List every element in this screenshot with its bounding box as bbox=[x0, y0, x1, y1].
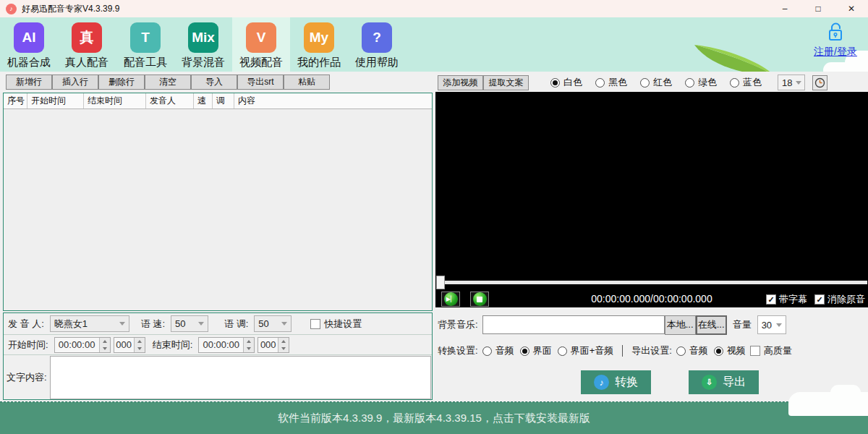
video-preview[interactable]: ▶▏ 00:00:00.000/00:00:00.000 ✓ 带字幕 ✓ 消除原… bbox=[435, 92, 868, 307]
export-option-audio[interactable]: 音频 bbox=[676, 344, 708, 357]
end-ms-spinner[interactable]: 000 bbox=[258, 337, 289, 353]
radio-icon[interactable] bbox=[482, 346, 492, 356]
background-music-row: 背景音乐: 本地... 在线... 音量 30 bbox=[438, 315, 866, 335]
main-area: 新增行 插入行 删除行 清空 导入 导出srt 粘贴 序号 开始时间 结束时间 … bbox=[0, 72, 868, 402]
register-area: 注册/登录 bbox=[810, 22, 861, 59]
subtitle-color-black[interactable]: 黑色 bbox=[595, 76, 627, 89]
delete-row-button[interactable]: 删除行 bbox=[98, 75, 145, 90]
paste-button[interactable]: 粘贴 bbox=[284, 75, 330, 90]
radio-icon[interactable] bbox=[640, 78, 650, 88]
main-toolbar: AI 机器合成 真 真人配音 T 配音工具 Mix 背景混音 V 视频配音 My… bbox=[0, 17, 868, 72]
speed-dropdown[interactable]: 50 bbox=[171, 315, 208, 332]
subtitle-table[interactable]: 序号 开始时间 结束时间 发音人 速 调 内容 bbox=[3, 93, 433, 311]
radio-icon[interactable] bbox=[730, 78, 739, 88]
radio-icon[interactable] bbox=[685, 78, 694, 88]
chevron-down-icon bbox=[776, 323, 782, 327]
background-mix-icon: Mix bbox=[188, 22, 218, 53]
speaker-dropdown[interactable]: 晓燕女1 bbox=[50, 315, 129, 332]
toolbar-item-background-mix[interactable]: Mix 背景混音 bbox=[174, 17, 232, 72]
toolbar-item-dubbing-tools[interactable]: T 配音工具 bbox=[116, 17, 174, 72]
pitch-dropdown[interactable]: 50 bbox=[254, 315, 292, 332]
chevron-down-icon bbox=[119, 322, 125, 326]
remove-original-checkbox[interactable]: ✓ bbox=[814, 294, 825, 305]
player-controls: ▶▏ 00:00:00.000/00:00:00.000 ✓ 带字幕 ✓ 消除原… bbox=[435, 292, 868, 307]
ai-synthesis-icon: AI bbox=[14, 22, 44, 53]
table-header-row: 序号 开始时间 结束时间 发音人 速 调 内容 bbox=[4, 93, 432, 109]
seek-slider-handle[interactable] bbox=[436, 276, 445, 289]
end-time-label: 结束时间: bbox=[153, 339, 193, 352]
toolbar-item-real-voice[interactable]: 真 真人配音 bbox=[58, 17, 116, 72]
clock-icon bbox=[814, 77, 825, 88]
toolbar-item-ai-synthesis[interactable]: AI 机器合成 bbox=[0, 17, 58, 72]
remove-original-label: 消除原音 bbox=[827, 293, 865, 306]
radio-icon[interactable] bbox=[676, 346, 686, 356]
add-video-button[interactable]: 添加视频 bbox=[438, 75, 483, 90]
player-checkboxes: ✓ 带字幕 ✓ 消除原音 bbox=[759, 293, 865, 306]
export-settings-label: 导出设置: bbox=[631, 344, 672, 357]
export-srt-button[interactable]: 导出srt bbox=[237, 75, 284, 90]
extract-text-button[interactable]: 提取文案 bbox=[483, 75, 529, 90]
clear-button[interactable]: 清空 bbox=[145, 75, 191, 90]
register-login-link[interactable]: 注册/登录 bbox=[814, 46, 857, 57]
subtitle-color-blue[interactable]: 蓝色 bbox=[730, 76, 762, 89]
export-button[interactable]: ⇩ 导出 bbox=[689, 370, 759, 394]
add-row-button[interactable]: 新增行 bbox=[6, 75, 52, 90]
spinner-arrows-icon[interactable] bbox=[243, 338, 254, 352]
chevron-down-icon bbox=[281, 322, 287, 326]
radio-icon[interactable] bbox=[595, 78, 605, 88]
high-quality-checkbox[interactable] bbox=[750, 346, 760, 356]
start-time-spinner[interactable]: 00:00:00 bbox=[54, 337, 111, 353]
quick-setting-checkbox[interactable] bbox=[310, 319, 320, 329]
close-button[interactable]: ✕ bbox=[835, 0, 868, 17]
volume-dropdown[interactable]: 30 bbox=[757, 315, 786, 334]
seek-slider-track[interactable] bbox=[445, 281, 867, 284]
window-controls: – □ ✕ bbox=[768, 0, 868, 17]
chevron-down-icon bbox=[198, 322, 204, 326]
with-subtitle-checkbox[interactable]: ✓ bbox=[766, 294, 776, 305]
export-option-video[interactable]: 视频 bbox=[714, 344, 746, 357]
title-bar: ♪ 好易迅配音专家V4.3.39.9 – □ ✕ bbox=[0, 0, 868, 17]
maximize-button[interactable]: □ bbox=[801, 0, 835, 17]
col-speaker: 发音人 bbox=[146, 93, 194, 109]
toolbar-item-help[interactable]: ? 使用帮助 bbox=[348, 17, 406, 72]
volume-label: 音量 bbox=[733, 318, 752, 331]
version-status-text[interactable]: 软件当前版本4.3.39.9，最新版本4.3.39.15，点击下载安装最新版 bbox=[278, 412, 590, 425]
timer-button[interactable] bbox=[812, 75, 827, 90]
start-ms-spinner[interactable]: 000 bbox=[114, 337, 145, 353]
lock-icon bbox=[826, 22, 845, 42]
end-time-spinner[interactable]: 00:00:00 bbox=[198, 337, 255, 353]
radio-icon[interactable] bbox=[550, 78, 560, 88]
col-speed: 速 bbox=[194, 93, 213, 109]
col-pitch: 调 bbox=[213, 93, 234, 109]
toolbar-item-my-works[interactable]: My 我的作品 bbox=[290, 17, 348, 72]
local-music-button[interactable]: 本地... bbox=[665, 315, 696, 335]
speed-label: 语 速: bbox=[141, 318, 165, 331]
col-index: 序号 bbox=[4, 93, 27, 109]
subtitle-color-red[interactable]: 红色 bbox=[640, 76, 672, 89]
bgm-label: 背景音乐: bbox=[438, 318, 478, 331]
toolbar-item-video-dubbing[interactable]: V 视频配音 bbox=[232, 17, 290, 72]
minimize-button[interactable]: – bbox=[768, 0, 801, 17]
app-window: ♪ 好易迅配音专家V4.3.39.9 – □ ✕ AI 机器合成 真 真人配音 … bbox=[0, 0, 868, 434]
radio-icon[interactable] bbox=[558, 346, 567, 356]
vertical-divider bbox=[622, 345, 623, 357]
online-music-button[interactable]: 在线... bbox=[696, 315, 727, 335]
radio-icon[interactable] bbox=[714, 346, 723, 356]
spinner-arrows-icon[interactable] bbox=[134, 338, 145, 352]
status-bar: 软件当前版本4.3.39.9，最新版本4.3.39.15，点击下载安装最新版 bbox=[0, 402, 868, 434]
convert-option-ui[interactable]: 界面 bbox=[520, 344, 552, 357]
bgm-path-input[interactable] bbox=[482, 315, 665, 334]
convert-option-audio[interactable]: 音频 bbox=[482, 344, 514, 357]
radio-icon[interactable] bbox=[520, 346, 529, 356]
convert-option-ui-audio[interactable]: 界面+音频 bbox=[558, 344, 614, 357]
subtitle-color-white[interactable]: 白色 bbox=[550, 76, 582, 89]
chevron-down-icon bbox=[796, 81, 801, 85]
text-content-textarea[interactable] bbox=[50, 356, 431, 399]
import-button[interactable]: 导入 bbox=[191, 75, 237, 90]
font-size-dropdown[interactable]: 18 bbox=[778, 75, 805, 90]
convert-button[interactable]: ♪ 转换 bbox=[581, 370, 651, 394]
subtitle-color-green[interactable]: 绿色 bbox=[685, 76, 717, 89]
spinner-arrows-icon[interactable] bbox=[99, 338, 110, 352]
insert-row-button[interactable]: 插入行 bbox=[52, 75, 98, 90]
spinner-arrows-icon[interactable] bbox=[278, 338, 289, 352]
